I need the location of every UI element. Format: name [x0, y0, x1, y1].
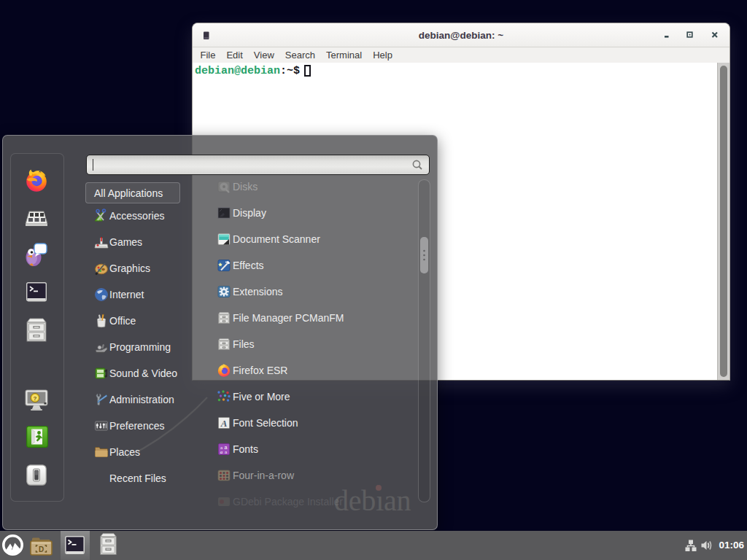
svg-text:a: a	[220, 449, 223, 455]
svg-text:?: ?	[34, 395, 37, 402]
svg-text:D: D	[39, 545, 44, 553]
svg-text:A: A	[220, 418, 228, 429]
